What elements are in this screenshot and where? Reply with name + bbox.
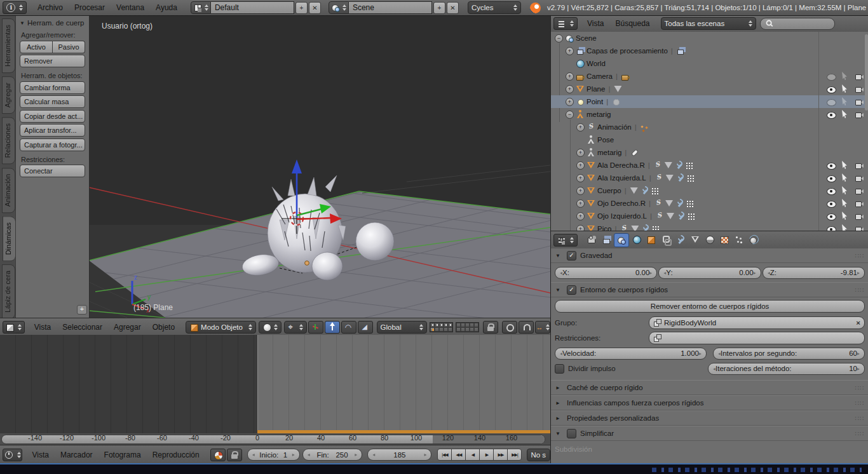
layer-cell[interactable] bbox=[439, 327, 444, 332]
expand-icon[interactable]: + bbox=[576, 174, 585, 182]
layer-cell[interactable] bbox=[444, 323, 448, 327]
gravity-checkbox[interactable]: ✓ bbox=[567, 251, 576, 261]
outliner-menu-vista[interactable]: Vista bbox=[587, 19, 604, 28]
layer-cell[interactable] bbox=[461, 327, 465, 332]
selectability-toggle[interactable] bbox=[841, 85, 850, 93]
layer-cell[interactable] bbox=[448, 327, 452, 332]
outliner-scope-dropdown[interactable]: Todas las escenas bbox=[661, 17, 756, 30]
solver-iterations-field[interactable]: ◂ Iteraciones del método: 10 ▸ bbox=[708, 363, 865, 375]
outliner-row-ojo-derecho-r[interactable]: +Ojo Derecho.R| bbox=[551, 197, 868, 210]
outliner-row-plane[interactable]: +Plane| bbox=[551, 83, 868, 95]
remove-rigid-body-world-button[interactable]: Remover entorno de cuerpos rígidos bbox=[555, 300, 865, 313]
jump-to-end-button[interactable]: ▶▶| bbox=[507, 449, 522, 461]
current-frame-field[interactable]: ◂ 185 ▸ bbox=[367, 449, 431, 461]
pasivo-button[interactable]: Pasivo bbox=[53, 41, 85, 53]
panel-header-propiedades-personalizadas[interactable]: ►Propiedades personalizadas∷∷ bbox=[551, 410, 868, 426]
visibility-toggle[interactable] bbox=[827, 86, 836, 92]
remover-button[interactable]: Remover bbox=[20, 55, 85, 67]
expand-icon[interactable]: + bbox=[576, 225, 585, 231]
viewport-menu-objeto[interactable]: Objeto bbox=[153, 323, 175, 332]
activo-button[interactable]: Activo bbox=[20, 41, 53, 53]
editor-type-selector-info[interactable] bbox=[3, 1, 27, 14]
editor-type-selector-outliner[interactable] bbox=[553, 17, 578, 30]
layer-cell[interactable] bbox=[439, 323, 444, 327]
panel-drag-handle[interactable]: ∷∷ bbox=[855, 400, 864, 407]
panel-header-influencias-campos-fuerza-cuerpos-rigidos[interactable]: ►Influencias campos fuerza cuerpos rígid… bbox=[551, 395, 868, 410]
editor-type-selector-3d[interactable] bbox=[3, 321, 25, 334]
layer-cell[interactable] bbox=[456, 327, 461, 332]
editor-type-selector-timeline[interactable] bbox=[3, 449, 22, 461]
menu-archivo[interactable]: Archivo bbox=[37, 3, 63, 12]
right-sphere-object[interactable] bbox=[356, 222, 394, 261]
visibility-toggle[interactable] bbox=[827, 74, 836, 79]
outliner-row-capas-de-procesamiento[interactable]: +Capas de procesamiento| bbox=[551, 44, 868, 57]
visibility-toggle[interactable] bbox=[827, 112, 836, 118]
timeline-menu-vista[interactable]: Vista bbox=[32, 450, 48, 459]
conectar-button[interactable]: Conectar bbox=[20, 165, 85, 177]
jump-to-start-button[interactable]: |◀◀ bbox=[437, 449, 452, 461]
outliner-row-point[interactable]: +Point| bbox=[551, 95, 868, 108]
layer-cell[interactable] bbox=[456, 323, 461, 327]
renderability-toggle[interactable] bbox=[855, 85, 864, 93]
selectability-toggle[interactable] bbox=[841, 224, 850, 231]
close-layout-button[interactable]: ✕ bbox=[309, 2, 321, 14]
timeline-canvas[interactable] bbox=[0, 335, 550, 433]
expand-icon[interactable]: + bbox=[576, 200, 585, 208]
viewport-menu-vista[interactable]: Vista bbox=[34, 323, 51, 332]
right-foot-object[interactable] bbox=[312, 252, 342, 280]
layers-widget-group1[interactable] bbox=[430, 322, 453, 332]
copiar-desde-act-button[interactable]: Copiar desde act... bbox=[20, 110, 85, 123]
record-autokey-button[interactable] bbox=[210, 449, 226, 461]
add-layout-button[interactable]: + bbox=[295, 2, 308, 14]
panel-drag-handle[interactable]: ∷∷ bbox=[855, 384, 864, 391]
outliner-row-scene[interactable]: −Scene bbox=[551, 32, 868, 44]
proportional-edit-button[interactable] bbox=[502, 321, 517, 334]
renderability-toggle[interactable] bbox=[855, 110, 864, 119]
gravity-x-field[interactable]: ◂ X: 0.00 ▸ bbox=[555, 267, 657, 279]
rigid-body-world-checkbox[interactable]: ✓ bbox=[567, 285, 576, 295]
selectability-toggle[interactable] bbox=[841, 110, 850, 119]
properties-tab-object[interactable] bbox=[644, 233, 658, 246]
outliner-row-metarig[interactable]: −metarig bbox=[551, 108, 868, 121]
layer-cell[interactable] bbox=[435, 323, 439, 327]
screen-layout-value[interactable]: Default bbox=[211, 1, 294, 14]
viewport-menu-agregar[interactable]: Agregar bbox=[114, 323, 141, 332]
speed-field[interactable]: ◂ Velocidad: 1.000 ▸ bbox=[555, 348, 707, 360]
visibility-toggle[interactable] bbox=[827, 201, 836, 207]
render-view-button[interactable]: ↔ bbox=[535, 321, 550, 334]
layers-widget-group2[interactable] bbox=[456, 322, 479, 332]
scale-manipulator-button[interactable] bbox=[358, 321, 373, 334]
properties-tab-scene[interactable] bbox=[614, 233, 629, 247]
panel-drag-handle[interactable]: ∷∷ bbox=[855, 430, 864, 437]
outliner-search-input[interactable] bbox=[760, 18, 835, 30]
capturar-a-fotogr-button[interactable]: Capturar a fotogr... bbox=[20, 139, 85, 151]
layer-cell[interactable] bbox=[430, 323, 435, 327]
timeline-ruler-scrollbar[interactable]: -140-120-100-80-60-40-200204060801001201… bbox=[0, 433, 550, 445]
selectability-toggle[interactable] bbox=[841, 97, 850, 106]
tool-tab-agregar[interactable]: Agregar bbox=[2, 76, 15, 114]
selectability-toggle[interactable] bbox=[841, 186, 850, 195]
gravity-y-field[interactable]: ◂ Y: 0.00 ▸ bbox=[658, 267, 761, 279]
expand-icon[interactable]: + bbox=[566, 47, 574, 55]
selectability-toggle[interactable] bbox=[841, 173, 850, 182]
selectability-toggle[interactable] bbox=[841, 212, 850, 220]
add-scene-button[interactable]: + bbox=[433, 2, 445, 14]
layer-cell[interactable] bbox=[470, 323, 474, 327]
properties-tab-physics[interactable] bbox=[747, 233, 761, 246]
pivot-point-dropdown[interactable] bbox=[284, 321, 307, 334]
expand-icon[interactable]: + bbox=[566, 98, 574, 106]
next-keyframe-button[interactable]: ▶▶ bbox=[493, 449, 508, 461]
visibility-toggle[interactable] bbox=[827, 213, 836, 219]
menu-procesar[interactable]: Procesar bbox=[74, 3, 105, 12]
cambiar-forma-button[interactable]: Cambiar forma bbox=[20, 81, 85, 94]
frame-start-field[interactable]: ◂ Inicio: 1 ▸ bbox=[247, 449, 300, 461]
prev-keyframe-button[interactable]: ◀◀ bbox=[451, 449, 466, 461]
editor-type-selector-properties[interactable] bbox=[553, 234, 578, 247]
tool-tab-relaciones[interactable]: Relaciones bbox=[2, 117, 15, 164]
panel-drag-handle[interactable]: ∷∷ bbox=[855, 415, 864, 422]
renderability-toggle[interactable] bbox=[855, 186, 864, 195]
timeline-menu-marcador[interactable]: Marcador bbox=[60, 450, 93, 459]
constraints-field[interactable] bbox=[649, 332, 865, 344]
frame-end-field[interactable]: ◂ Fin: 250 ▸ bbox=[302, 449, 363, 461]
visibility-toggle[interactable] bbox=[827, 188, 836, 194]
